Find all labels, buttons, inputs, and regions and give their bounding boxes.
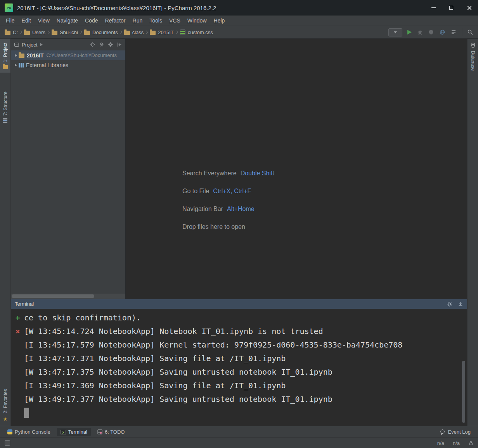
menu-item-vcs[interactable]: VCS [166,16,184,25]
terminal-header[interactable]: Terminal [11,299,467,309]
maximize-button[interactable] [442,0,460,16]
python-icon [7,429,12,434]
expand-arrow-icon[interactable] [15,54,17,57]
status-value[interactable]: n/a [437,440,444,446]
editor-empty-hints: Search Everywhere Double Shift Go to Fil… [182,170,274,230]
tree-row-external-libraries[interactable]: External Libraries [11,60,125,70]
breadcrumb-item[interactable]: Documents [84,29,118,35]
terminal-line: [I 13:45:17.579 NotebookApp] Kernel star… [11,338,467,351]
toolbar-separator [462,28,462,36]
terminal-output[interactable]: + ce to skip confirmation). × [W 13:45:1… [11,309,467,426]
todo-button[interactable]: 6: TODO [94,428,128,436]
terminal-cursor [24,408,29,418]
terminal-icon [61,430,66,434]
project-tool-window: Project [11,39,126,299]
breadcrumb-label: Documents [92,29,118,35]
folder-icon [5,31,10,35]
hint-go-to-file: Go to File Ctrl+X, Ctrl+F [182,188,274,195]
hide-icon[interactable] [458,301,463,307]
menu-bar: File Edit View Navigate Code Refactor Ru… [0,16,478,26]
gear-icon[interactable] [108,42,113,47]
breadcrumb-item[interactable]: Users [24,29,45,35]
run-button[interactable] [407,30,412,35]
main-area: 1: Project 7: Structure ★ 2: Favorites [0,39,478,426]
editor-area[interactable]: Search Everywhere Double Shift Go to Fil… [126,39,467,299]
run-configuration-dropdown[interactable] [388,28,402,36]
pycharm-window: PC 2016IT - [C:¥Users¥Shu-ichi¥Documents… [0,0,478,448]
menu-item-navigate[interactable]: Navigate [53,16,81,25]
chevron-right-icon [79,31,82,34]
close-icon [467,5,472,10]
terminal-line: [W 13:49:17.377 NotebookApp] Saving untr… [11,392,467,406]
gear-icon[interactable] [447,301,452,307]
event-log-icon [440,429,445,435]
expand-arrow-icon[interactable] [15,64,17,67]
library-icon [19,63,24,67]
minimize-button[interactable] [424,0,442,16]
event-log-button[interactable]: Event Log [436,428,474,436]
tool-tab-structure[interactable]: 7: Structure [0,88,10,127]
vertical-scrollbar[interactable] [462,361,465,423]
minimize-icon [431,7,436,8]
breadcrumb-item[interactable]: custom.css [180,29,213,35]
status-value[interactable]: n/a [453,440,460,446]
breadcrumb-item[interactable]: class [124,29,144,35]
tool-window-switcher-icon[interactable] [5,440,10,446]
menu-item-edit[interactable]: Edit [18,16,35,25]
menu-item-view[interactable]: View [35,16,53,25]
breadcrumb-label: Shu-ichi [60,29,78,35]
list-icon[interactable] [450,29,457,35]
terminal-button[interactable]: Terminal [57,428,91,436]
hide-panel-icon[interactable] [117,42,122,47]
maximize-icon [449,6,453,10]
menu-item-refactor[interactable]: Refactor [102,16,129,25]
horizontal-scrollbar[interactable] [11,294,125,299]
menu-item-help[interactable]: Help [210,16,229,25]
lock-icon[interactable] [468,441,473,446]
coverage-icon[interactable] [428,29,434,35]
locate-icon[interactable] [90,42,95,47]
button-label: Python Console [15,429,50,435]
css-file-icon [180,29,185,35]
browser-icon[interactable] [439,29,445,35]
breadcrumb-item[interactable]: Shu-ichi [52,29,78,35]
terminal-tool-window: Terminal [11,299,467,426]
tool-tab-project[interactable]: 1: Project [0,39,10,73]
menu-item-tools[interactable]: Tools [146,16,166,25]
menu-item-code[interactable]: Code [81,16,101,25]
menu-item-file[interactable]: File [2,16,18,25]
star-icon: ★ [3,416,8,422]
breadcrumb-label: class [132,29,144,35]
terminal-line-text: [W 13:49:17.377 NotebookApp] Saving untr… [24,394,333,404]
terminal-line-text: [I 13:49:17.369 NotebookApp] Saving file… [24,381,286,390]
left-tool-strip: 1: Project 7: Structure ★ 2: Favorites [0,39,11,426]
breadcrumb-item[interactable]: 2015IT [150,29,173,35]
panel-title: Project [22,42,37,48]
chevron-right-icon [175,31,178,34]
chevron-right-icon [119,31,122,34]
project-view-icon [14,42,19,47]
menu-item-run[interactable]: Run [129,16,146,25]
button-label: Terminal [68,429,87,435]
tool-tab-favorites[interactable]: ★ 2: Favorites [0,385,10,426]
right-tool-strip: Database [467,39,478,426]
title-bar: PC 2016IT - [C:¥Users¥Shu-ichi¥Documents… [0,0,478,16]
breadcrumb-label: C: [13,29,18,35]
tool-tab-label: 1: Project [3,43,8,62]
collapse-all-icon[interactable] [99,42,104,47]
structure-icon [3,118,8,123]
scrollbar-thumb[interactable] [12,294,94,298]
menu-item-window[interactable]: Window [184,16,210,25]
breadcrumb-item[interactable]: C: [5,29,18,35]
database-icon [471,43,475,48]
debug-icon[interactable] [417,29,423,35]
breadcrumb-label: Users [32,29,45,35]
search-icon[interactable] [467,29,473,35]
tool-tab-database[interactable]: Database [468,39,478,74]
project-folder-icon [3,65,8,69]
python-console-button[interactable]: Python Console [4,428,54,436]
close-button[interactable] [460,0,478,16]
chevron-right-icon[interactable] [40,43,43,46]
tree-row-project-root[interactable]: 2016IT C:¥Users¥Shu-ichi¥Documents [11,50,125,60]
external-libraries-label: External Libraries [26,62,68,68]
